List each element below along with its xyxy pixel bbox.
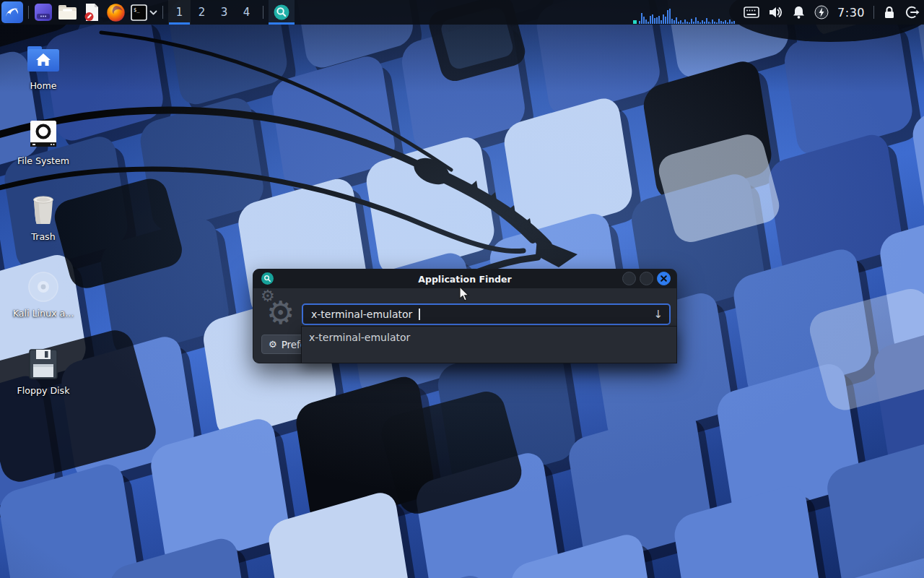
graph-marker [633, 20, 637, 24]
completion-popup: x-terminal-emulator [301, 326, 677, 363]
close-button[interactable] [657, 272, 671, 285]
window-icon [34, 3, 53, 22]
workspace-button-1[interactable]: 1 [168, 0, 191, 25]
terminal-icon: $_ [131, 4, 147, 21]
completion-item[interactable]: x-terminal-emulator [302, 327, 676, 343]
panel-left-section: $_ 1 2 3 4 [0, 0, 295, 25]
panel-separator [162, 6, 163, 19]
desktop-icon-label: File System [9, 155, 78, 166]
workspace-number: 1 [176, 6, 183, 19]
dropdown-arrow-icon[interactable]: ↓ [653, 308, 663, 321]
power-manager-icon[interactable] [814, 5, 829, 20]
clock[interactable]: 7:30 [837, 6, 865, 20]
text-caret [419, 309, 420, 320]
application-finder-taskbar-button[interactable] [269, 0, 295, 25]
search-icon [274, 4, 289, 20]
window-switcher-launcher[interactable] [34, 0, 53, 25]
firefox-icon [106, 3, 126, 22]
workspace-pager: 1 2 3 4 [168, 0, 258, 25]
notification-bell-icon[interactable] [792, 5, 806, 20]
desktop-icon-file-system[interactable]: File System [9, 117, 78, 166]
top-panel: $_ 1 2 3 4 [0, 0, 924, 25]
workspace-button-3[interactable]: 3 [213, 0, 235, 25]
desktop-icon-trash[interactable]: Trash [9, 193, 78, 242]
desktop-icon-kali-linux[interactable]: Kali Linux a... [9, 269, 78, 319]
desktop-icon-label: Home [9, 80, 78, 91]
close-icon [661, 275, 667, 282]
chevron-down-icon[interactable] [149, 10, 157, 15]
window-title: Application Finder [253, 274, 676, 285]
disc-icon [9, 269, 78, 304]
desktop-icon-label: Floppy Disk [9, 385, 78, 396]
svg-text:$_: $_ [134, 7, 140, 12]
floppy-disk-icon [9, 347, 78, 381]
workspace-number: 4 [243, 6, 250, 19]
minimize-button[interactable] [622, 272, 636, 285]
workspace-button-4[interactable]: 4 [235, 0, 258, 25]
desktop-icon-home[interactable]: Home [9, 42, 78, 91]
trash-can-icon [9, 193, 78, 228]
home-folder-icon [9, 42, 78, 77]
workspace-number: 2 [199, 6, 206, 19]
keyboard-icon[interactable] [744, 7, 759, 18]
workspace-number: 3 [221, 6, 228, 19]
volume-icon[interactable] [768, 5, 783, 20]
gear-icon: ⚙ [266, 297, 295, 329]
gear-icon: ⚙ [269, 339, 277, 350]
folder-icon [58, 4, 77, 21]
search-input-value: x-terminal-emulator [311, 309, 412, 320]
application-finder-icon [261, 272, 274, 285]
search-input[interactable]: x-terminal-emulator ↓ [302, 303, 671, 325]
kali-menu-button[interactable] [1, 1, 23, 23]
panel-separator [873, 6, 874, 19]
system-load-graph[interactable] [633, 0, 735, 25]
hard-drive-icon [9, 117, 78, 152]
panel-separator [28, 6, 29, 19]
logout-icon[interactable] [905, 5, 920, 20]
desktop-icon-label: Trash [9, 231, 78, 242]
panel-separator [263, 6, 263, 19]
terminal-launcher[interactable]: $_ [131, 0, 157, 25]
maximize-button[interactable] [640, 272, 653, 285]
panel-right-section: 7:30 [633, 0, 924, 25]
titlebar[interactable]: Application Finder [253, 269, 676, 288]
desktop-icon-floppy-disk[interactable]: Floppy Disk [9, 347, 78, 396]
text-editor-launcher[interactable] [82, 0, 101, 25]
file-manager-launcher[interactable] [58, 0, 77, 25]
desktop-icon-label: Kali Linux a... [9, 308, 78, 319]
document-icon [82, 3, 101, 22]
firefox-launcher[interactable] [106, 0, 126, 25]
lock-icon[interactable] [883, 5, 896, 20]
workspace-button-2[interactable]: 2 [191, 0, 213, 25]
kali-dragon-icon [4, 4, 21, 21]
